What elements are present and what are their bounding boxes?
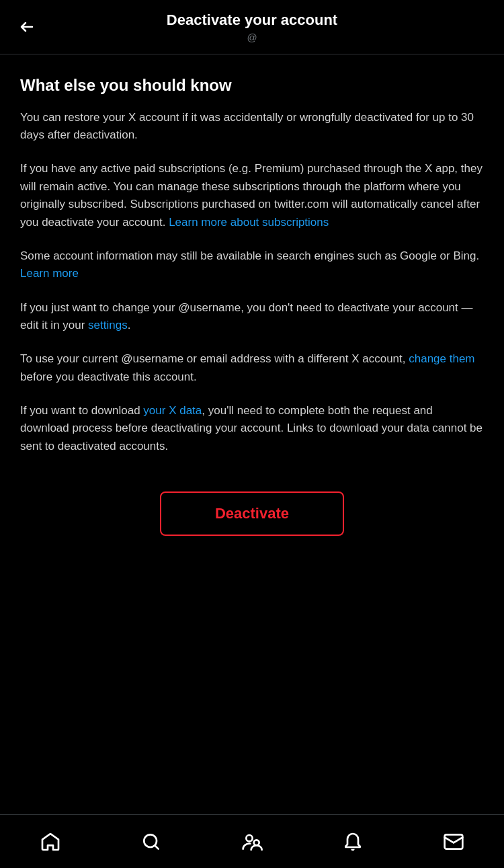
paragraph-username-text-after: .	[128, 319, 131, 331]
paragraph-username: If you just want to change your @usernam…	[20, 299, 484, 335]
communities-icon	[241, 831, 263, 853]
back-arrow-icon	[19, 19, 35, 35]
home-icon	[40, 831, 61, 853]
learn-more-link[interactable]: Learn more	[20, 267, 79, 280]
paragraph-change-them-text-after: before you deactivate this account.	[20, 370, 197, 383]
settings-link[interactable]: settings	[88, 319, 128, 331]
paragraph-search-engines: Some account information may still be av…	[20, 247, 484, 283]
paragraph-restore: You can restore your X account if it was…	[20, 109, 484, 145]
messages-icon	[443, 831, 464, 853]
paragraph-change-them-text-before: To use your current @username or email a…	[20, 352, 409, 365]
section-title: What else you should know	[20, 75, 484, 95]
nav-item-messages[interactable]	[433, 822, 474, 862]
deactivate-button[interactable]: Deactivate	[160, 491, 344, 536]
change-them-link[interactable]: change them	[409, 352, 474, 365]
svg-point-0	[144, 834, 157, 847]
header-subtitle: @	[167, 32, 337, 43]
header-title-group: Deactivate your account @	[167, 11, 337, 43]
learn-more-subscriptions-link[interactable]: Learn more about subscriptions	[169, 216, 329, 229]
your-x-data-link[interactable]: your X data	[143, 404, 202, 417]
nav-item-notifications[interactable]	[333, 822, 373, 862]
content-area: What else you should know You can restor…	[0, 54, 504, 455]
svg-point-1	[246, 835, 252, 841]
paragraph-subscriptions: If you have any active paid subscription…	[20, 160, 484, 231]
nav-item-search[interactable]	[131, 822, 171, 862]
bottom-nav	[0, 814, 504, 868]
nav-item-communities[interactable]	[232, 822, 272, 862]
page-wrapper: Deactivate your account @ What else you …	[0, 0, 504, 623]
paragraph-search-engines-text: Some account information may still be av…	[20, 249, 479, 262]
search-icon	[140, 831, 162, 853]
paragraph-download-text-before: If you want to download	[20, 404, 143, 417]
header: Deactivate your account @	[0, 0, 504, 54]
paragraph-download-data: If you want to download your X data, you…	[20, 402, 484, 455]
button-area: Deactivate	[0, 471, 504, 556]
nav-item-home[interactable]	[30, 822, 71, 862]
header-title: Deactivate your account	[167, 11, 337, 30]
back-button[interactable]	[13, 13, 40, 40]
notifications-icon	[342, 831, 364, 853]
paragraph-restore-text: You can restore your X account if it was…	[20, 111, 474, 141]
paragraph-change-them: To use your current @username or email a…	[20, 350, 484, 386]
